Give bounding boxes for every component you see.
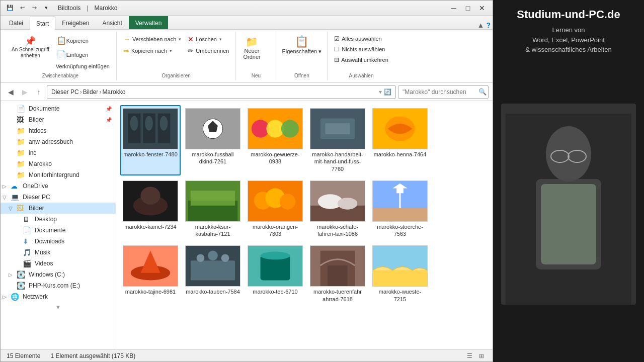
sidebar: 📄 Dokumente 📌 🖼 Bilder 📌 📁 htdocs 📁 anw-… <box>1 101 116 349</box>
sidebar-item-bilder-quick[interactable]: 🖼 Bilder 📌 <box>1 114 116 125</box>
qat-btn-save[interactable]: 💾 <box>5 3 16 13</box>
path-dropdown-btn[interactable]: ▾ <box>379 88 382 96</box>
path-dieser-pc[interactable]: Dieser PC <box>51 88 79 96</box>
thumb-tauben <box>185 245 240 287</box>
kopieren-nach-arrow[interactable]: ▾ <box>169 48 173 54</box>
btn-neuer-ordner[interactable]: 📁 NeuerOrdner <box>240 34 263 62</box>
sidebar-label-marokko: Marokko <box>29 160 112 167</box>
sidebar-item-anw-adressbuch[interactable]: 📁 anw-adressbuch <box>1 136 116 147</box>
btn-alles-auswaehlen[interactable]: ☑ Alles auswählen <box>332 34 391 44</box>
tab-start[interactable]: Start <box>30 17 55 30</box>
file-item-orangen[interactable]: marokko-orangen-7303 <box>245 177 305 241</box>
btn-verschieben[interactable]: → Verschieben nach ▾ <box>121 34 184 45</box>
sidebar-label-videos: Videos <box>35 260 112 267</box>
qat-btn-undo[interactable]: ↩ <box>17 3 28 13</box>
btn-loeschen[interactable]: ✕ Löschen ▾ <box>185 34 231 45</box>
file-item-tee[interactable]: marokko-tee-6710 <box>245 242 305 306</box>
sidebar-item-marokko[interactable]: 📁 Marokko <box>1 158 116 169</box>
forward-button[interactable]: ▶ <box>19 86 31 98</box>
search-icon[interactable]: 🔍 <box>478 88 487 96</box>
file-item-schafe[interactable]: marokko-schafe-fahren-taxi-1086 <box>307 177 368 241</box>
sidebar-item-inc[interactable]: 📁 inc <box>1 147 116 158</box>
file-item-fussball[interactable]: marokko-fussball dkind-7261 <box>183 105 243 175</box>
file-item-kamel[interactable]: marokko-kamel-7234 <box>120 177 181 241</box>
sidebar-item-monitorhintergrund[interactable]: 📁 Monitorhintergrund <box>1 169 116 180</box>
sidebar-label-bilder-pc: Bilder <box>29 205 112 212</box>
ribbon-neu-buttons: 📁 NeuerOrdner <box>240 34 272 71</box>
btn-einfuegen[interactable]: 📄 Einfügen <box>53 48 112 61</box>
file-item-tuerenfahrrad[interactable]: marokko-tuerenfahr ahrrad-7618 <box>307 242 368 306</box>
btn-eigenschaften[interactable]: 📋 Eigenschaften ▾ <box>280 34 323 56</box>
file-name-kamel: marokko-kamel-7234 <box>124 223 176 230</box>
sidebar-item-php-kurs[interactable]: 💽 PHP-Kurs.com (E:) <box>1 280 116 291</box>
btn-verknuepfung[interactable]: Verknüpfung einfügen <box>53 62 112 71</box>
close-button[interactable]: ✕ <box>475 3 489 13</box>
search-input[interactable] <box>398 85 489 99</box>
up-button[interactable]: ↑ <box>33 86 45 98</box>
maximize-button[interactable]: □ <box>461 3 474 13</box>
scroll-down-icon: ▼ <box>55 304 61 311</box>
sidebar-item-bilder-pc[interactable]: ▽ 🖼 Bilder <box>1 203 116 214</box>
ribbon-group-oeffnen: 📋 Eigenschaften ▾ Öffnen <box>276 32 328 80</box>
btn-nichts-auswaehlen[interactable]: ☐ Nichts auswählen <box>332 44 391 54</box>
sidebar-item-desktop[interactable]: 🖥 Desktop <box>1 214 116 225</box>
ribbon-collapse-btn[interactable]: ▲ <box>477 21 485 29</box>
sidebar-item-dieser-pc[interactable]: ▽ 💻 Dieser PC <box>1 192 116 203</box>
path-marokko[interactable]: Marokko <box>102 88 125 96</box>
btn-pin-quick-access[interactable]: 📌 An Schnellzugriffanheften <box>9 34 52 61</box>
sidebar-item-downloads[interactable]: ⬇ Downloads <box>1 236 116 247</box>
sidebar-item-htdocs[interactable]: 📁 htdocs <box>1 125 116 136</box>
sidebar-item-onedrive[interactable]: ▷ ☁ OneDrive <box>1 180 116 192</box>
ribbon-tabs: Datei Start Freigeben Ansicht Verwalten … <box>1 16 493 30</box>
file-item-tauben[interactable]: marokko-tauben-7584 <box>183 242 243 306</box>
sidebar-label-dokumente-pc: Dokumente <box>35 227 112 234</box>
sidebar-label-windows-c: Windows (C:) <box>29 271 112 278</box>
sidebar-item-musik[interactable]: 🎵 Musik <box>1 247 116 258</box>
sidebar-scroll-down[interactable]: ▼ <box>1 302 116 312</box>
loeschen-arrow[interactable]: ▾ <box>219 36 222 42</box>
file-item-tajine[interactable]: marokko-tajine-6981 <box>120 242 181 306</box>
help-button[interactable]: ? <box>486 21 491 29</box>
copy-icon: 📋 <box>56 36 66 45</box>
tab-freigeben[interactable]: Freigeben <box>55 16 96 29</box>
btn-pin-label: An Schnellzugriffanheften <box>12 47 49 59</box>
folder-icon-anw: 📁 <box>17 138 27 146</box>
file-item-fenster[interactable]: marokko-fenster-7480 <box>120 105 181 175</box>
sidebar-item-videos[interactable]: 🎬 Videos <box>1 258 116 269</box>
btn-umbenennen[interactable]: ✏ Umbenennen <box>185 45 231 56</box>
btn-kopieren[interactable]: 📋 Kopieren <box>53 34 112 47</box>
sidebar-item-windows-c[interactable]: ▷ 💽 Windows (C:) <box>1 269 116 280</box>
svg-point-48 <box>261 252 290 260</box>
file-item-handarbeit[interactable]: marokko-handarbeit-mit-hand-und-fuss-776… <box>307 105 368 175</box>
tab-datei[interactable]: Datei <box>3 16 30 29</box>
qat-btn-redo[interactable]: ↪ <box>29 3 40 13</box>
svg-point-6 <box>160 116 168 130</box>
path-bilder[interactable]: Bilder <box>83 88 99 96</box>
folder-icon-dokumente-pc: 📄 <box>23 226 33 234</box>
sidebar-item-dokumente-pc[interactable]: 📄 Dokumente <box>1 225 116 236</box>
file-item-gewuerze[interactable]: marokko-gewuerze-0938 <box>245 105 305 175</box>
file-item-stoerche[interactable]: marokko-stoerche-7563 <box>370 177 430 241</box>
view-large-icons-btn[interactable]: ⊞ <box>476 351 487 360</box>
sidebar-item-netzwerk[interactable]: ▷ 🌐 Netzwerk <box>1 291 116 302</box>
file-item-ksur[interactable]: marokko-ksur-kasbahs-7121 <box>183 177 243 241</box>
btn-kopieren-nach[interactable]: ⇒ Kopieren nach ▾ <box>121 45 184 56</box>
tab-verwalten[interactable]: Verwalten <box>129 16 169 29</box>
right-panel: Studium-und-PC.de Lernen von Word, Excel… <box>493 0 644 362</box>
path-refresh-btn[interactable]: 🔄 <box>384 88 391 96</box>
btn-auswahl-umkehren[interactable]: ⊟ Auswahl umkehren <box>332 55 391 65</box>
verschieben-arrow[interactable]: ▾ <box>178 36 182 42</box>
btn-neuer-ordner-label: NeuerOrdner <box>243 48 260 60</box>
file-item-wueste[interactable]: marokko-wueste-7215 <box>370 242 430 306</box>
tab-ansicht[interactable]: Ansicht <box>96 16 128 29</box>
folder-icon-marokko: 📁 <box>17 160 27 168</box>
file-item-henna[interactable]: marokko-henna-7464 <box>370 105 430 175</box>
search-wrapper: 🔍 <box>398 85 489 99</box>
back-button[interactable]: ◀ <box>5 86 17 98</box>
qat-btn-more[interactable]: ▾ <box>41 3 52 13</box>
minimize-button[interactable]: ─ <box>447 3 460 13</box>
quick-access-toolbar: 💾 ↩ ↪ ▾ <box>5 3 52 13</box>
view-details-btn[interactable]: ☰ <box>464 351 474 360</box>
sidebar-item-dokumente[interactable]: 📄 Dokumente 📌 <box>1 103 116 114</box>
folder-icon-bilder-pc: 🖼 <box>17 204 27 212</box>
